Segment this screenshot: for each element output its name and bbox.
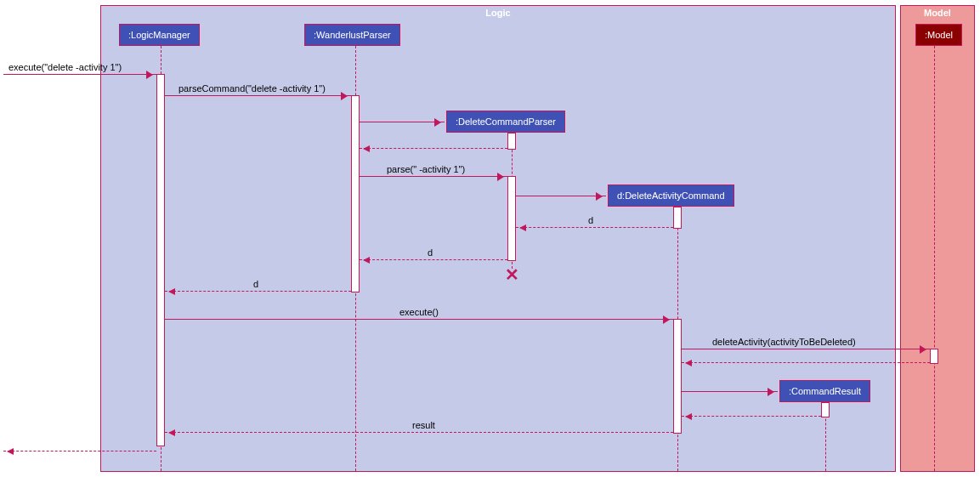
arrow-return-cr — [682, 416, 821, 417]
arrow-parsecommand — [165, 95, 351, 96]
model-lifeline — [934, 46, 935, 471]
label-d2: d — [428, 247, 433, 258]
logic-frame: Logic — [100, 5, 896, 472]
delete-activity-command-activation-1 — [673, 207, 682, 229]
command-result-head: :CommandResult — [779, 380, 870, 402]
label-result: result — [412, 420, 435, 430]
arrow-return-model — [682, 362, 930, 363]
logic-frame-label: Logic — [480, 6, 515, 20]
arrow-create-dcp — [360, 122, 445, 122]
arrow-return-external — [3, 451, 156, 451]
model-head: :Model — [915, 24, 962, 46]
label-execute-in: execute("delete -activity 1") — [8, 62, 122, 72]
label-deleteactivity: deleteActivity(activityToBeDeleted) — [712, 337, 856, 347]
arrow-create-dac — [516, 196, 606, 196]
arrow-return-d3 — [165, 291, 351, 292]
arrow-execute2 — [165, 319, 673, 320]
arrow-return-d1 — [516, 227, 673, 228]
destroy-icon: ✕ — [505, 264, 519, 285]
delete-command-parser-activation-2 — [507, 176, 516, 261]
label-parsecommand: parseCommand("delete -activity 1") — [178, 83, 326, 94]
arrow-deleteactivity — [682, 349, 930, 349]
model-frame: Model — [900, 5, 975, 472]
arrow-parse — [360, 176, 507, 177]
label-d1: d — [588, 215, 593, 225]
wanderlust-parser-head: :WanderlustParser — [304, 24, 400, 46]
label-execute2: execute() — [399, 307, 439, 317]
logic-manager-head: :LogicManager — [119, 24, 200, 46]
arrow-execute-in — [3, 74, 156, 75]
label-d3: d — [253, 279, 258, 289]
arrow-return-dcp-create — [360, 148, 507, 149]
arrow-return-d2 — [360, 259, 507, 260]
label-parse: parse(" -activity 1") — [387, 164, 465, 174]
delete-command-parser-head: :DeleteCommandParser — [446, 111, 565, 133]
model-frame-label: Model — [919, 6, 956, 20]
arrow-return-result — [165, 432, 673, 433]
delete-command-parser-activation-1 — [507, 133, 516, 150]
delete-activity-command-head: d:DeleteActivityCommand — [608, 185, 734, 207]
arrow-create-cr — [682, 391, 778, 392]
command-result-activation — [821, 402, 830, 417]
model-activation — [930, 349, 938, 364]
logic-manager-activation — [156, 74, 165, 446]
